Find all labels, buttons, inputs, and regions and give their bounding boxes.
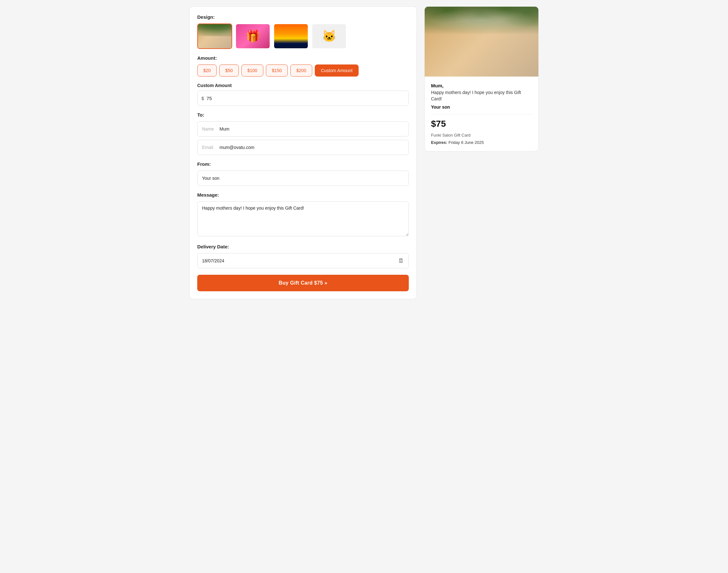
preview-divider [431, 114, 532, 114]
from-input[interactable] [197, 170, 409, 186]
dollar-prefix: $ [201, 96, 204, 101]
preview-expires: Expires: Friday 6 June 2025 [431, 140, 532, 145]
expires-label: Expires: [431, 140, 447, 145]
to-fields: Name Email [197, 121, 409, 155]
amount-btn-custom[interactable]: Custom Amount [315, 64, 359, 76]
buy-button-wrapper: Buy Gift Card $75 » [197, 275, 409, 291]
amount-btn-200[interactable]: $200 [290, 64, 312, 76]
design-label: Design: [197, 14, 409, 20]
custom-amount-input-wrapper: $ [197, 91, 409, 106]
right-panel: Mum, Happy mothers day! I hope you enjoy… [424, 6, 539, 152]
from-label: From: [197, 161, 409, 167]
buy-button[interactable]: Buy Gift Card $75 » [197, 275, 409, 291]
custom-amount-section: Custom Amount $ [197, 83, 409, 106]
preview-amount: $75 [431, 119, 532, 129]
design-thumb-4[interactable]: 🐱 [312, 23, 347, 49]
design-thumb-2[interactable] [236, 23, 270, 49]
page-wrapper: Design: 🐱 Amount: [189, 6, 539, 299]
name-input[interactable] [219, 126, 404, 132]
leaf-overlay [425, 7, 538, 42]
expires-value: Friday 6 June 2025 [449, 140, 484, 145]
amount-btn-100[interactable]: $100 [242, 64, 263, 76]
amount-label: Amount: [197, 55, 409, 61]
design-thumb-1[interactable] [197, 23, 232, 49]
to-label: To: [197, 112, 409, 117]
design-thumb-3[interactable] [273, 23, 308, 49]
left-panel: Design: 🐱 Amount: [189, 6, 417, 299]
calendar-icon[interactable]: 🗓 [398, 258, 404, 264]
preview-message: Happy mothers day! I hope you enjoy this… [431, 90, 532, 102]
to-section: To: Name Email [197, 112, 409, 155]
email-input[interactable] [219, 145, 404, 150]
message-textarea[interactable]: Happy mothers day! I hope you enjoy this… [197, 201, 409, 236]
email-placeholder-label: Email [202, 145, 216, 150]
design-grid: 🐱 [197, 23, 409, 49]
preview-content: Mum, Happy mothers day! I hope you enjoy… [425, 76, 538, 151]
amount-btn-150[interactable]: $150 [266, 64, 288, 76]
amount-btn-20[interactable]: $20 [197, 64, 217, 76]
custom-amount-input[interactable] [206, 96, 405, 101]
delivery-label: Delivery Date: [197, 244, 409, 249]
custom-amount-label: Custom Amount [197, 83, 409, 88]
date-input-row: 🗓 [197, 253, 409, 268]
name-input-row: Name [197, 121, 409, 137]
design-section: Design: 🐱 [197, 14, 409, 49]
preview-card-name: Funki Salon Gift Card [431, 133, 532, 138]
amount-section: Amount: $20 $50 $100 $150 $200 Custom Am… [197, 55, 409, 76]
preview-recipient: Mum, [431, 83, 532, 88]
preview-sender: Your son [431, 104, 532, 110]
message-label: Message: [197, 192, 409, 198]
message-section: Message: Happy mothers day! I hope you e… [197, 192, 409, 238]
from-section: From: [197, 161, 409, 186]
preview-hero-image [425, 7, 538, 76]
delivery-section: Delivery Date: 🗓 [197, 244, 409, 268]
amount-buttons: $20 $50 $100 $150 $200 Custom Amount [197, 64, 409, 76]
amount-btn-50[interactable]: $50 [219, 64, 239, 76]
delivery-date-input[interactable] [202, 258, 398, 263]
name-placeholder-label: Name [202, 126, 216, 132]
email-input-row: Email [197, 140, 409, 155]
